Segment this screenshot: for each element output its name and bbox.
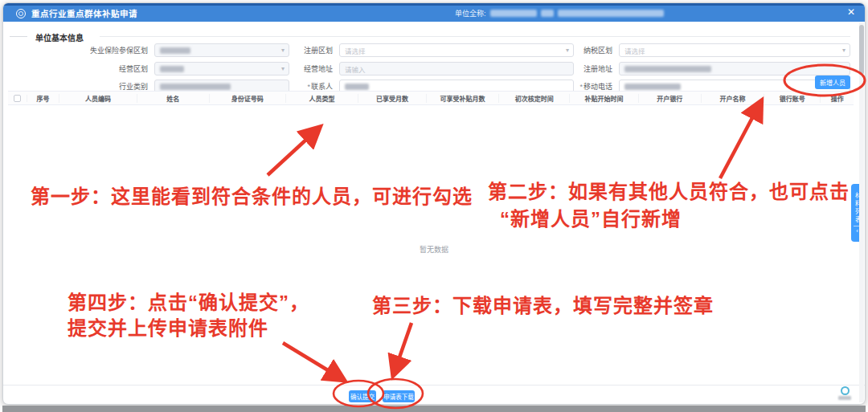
section-title: 单位基本信息 [35,31,84,43]
col-person-code: 人员编码 [59,94,137,103]
company-name-masked [541,10,554,17]
field-label: 注册区划 [252,45,333,55]
field-insurance-area: 失业保险参保区划 ▾ [10,43,289,57]
col-bank-account: 银行账号 [764,94,821,103]
close-icon[interactable]: ✕ [847,6,855,18]
download-form-button[interactable]: 申请表下载 [383,390,415,402]
required-mark: * [579,83,583,91]
section-dash [10,36,27,37]
app-logo-icon [16,9,26,18]
col-months-enjoyed: 已享受月数 [358,94,427,103]
annotation-step2-line2: “新增人员”自行新增 [500,203,682,231]
page-bottom-strip [2,406,866,412]
field-tax-area: 纳税区划 请选择 ▾ [530,43,850,57]
registered-address-input[interactable] [619,62,850,75]
masked-value [345,84,369,90]
company-name-masked [490,10,537,17]
help-ring-icon [841,386,850,395]
annotation-step4-line2: 提交并上传申请表附件 [68,312,268,341]
field-label: 失业保险参保区划 [10,45,148,55]
col-name: 姓名 [137,94,210,103]
table-empty-text: 暂无数据 [3,244,865,255]
col-first-verify-time: 初次核定时间 [499,94,570,103]
masked-value [160,66,184,72]
annotation-step2-line1: 第二步：如果有其他人员符合，也可点击 [488,176,850,204]
masked-value [160,47,190,54]
col-account-name: 开户名称 [702,94,764,103]
confirm-submit-button[interactable]: 确认提交 [349,390,376,402]
masked-value [624,66,711,72]
annotation-step1: 第一步：这里能看到符合条件的人员，可进行勾选 [31,181,473,209]
modal-titlebar: 重点行业重点群体补贴申请 单位全称: ✕ [3,3,865,22]
field-registered-address: 注册地址 [530,62,850,75]
select-all-cell [8,95,27,102]
field-business-address: 经营地址 请输入 [252,62,574,75]
col-operation: 操作 [821,94,854,103]
field-label: 经营地址 [252,63,333,74]
placeholder-text: 请输入 [345,64,366,74]
chevron-down-icon: ▾ [842,47,845,54]
masked-value [624,84,681,90]
float-widget-label-masked [838,396,851,400]
masked-value [160,84,231,90]
modal-title: 重点行业重点群体补贴申请 [31,7,137,19]
select-all-checkbox[interactable] [14,95,21,102]
placeholder-text: 请选择 [624,46,645,55]
annotation-step4-line1: 第四步：点击“确认提交”， [68,287,309,315]
field-label: 纳税区划 [530,45,612,55]
company-name-label: 单位全称: [455,8,486,18]
col-months-available: 可享受补贴月数 [427,94,499,103]
col-person-type: 人员类型 [286,94,358,103]
col-bank: 开户银行 [639,94,702,103]
scrollbar-track[interactable] [859,22,864,402]
company-name-masked [558,10,664,17]
section-rule [100,36,850,37]
field-label: 经营区划 [10,63,148,74]
field-business-area: 经营区划 ▾ [10,62,289,75]
company-name-area: 单位全称: [455,8,664,18]
tax-area-select[interactable]: 请选择 ▾ [619,43,850,57]
required-mark: * [307,83,310,91]
screenshot-stage: 重点行业重点群体补贴申请 单位全称: ✕ 单位基本信息 失业保险参保区划 ▾ 注… [0,0,868,412]
field-register-area: 注册区划 请选择 ▾ [252,43,574,57]
float-widget[interactable] [836,386,854,400]
table-header-row: 序号 人员编码 姓名 身份证号码 人员类型 已享受月数 可享受补贴月数 初次核定… [8,91,854,105]
col-id-number: 身份证号码 [210,94,286,103]
field-label: 注册地址 [530,63,612,74]
scrollbar-thumb[interactable] [859,25,864,75]
placeholder-text: 请选择 [345,46,366,55]
col-seq: 序号 [27,94,59,103]
col-subsidy-start-time: 补贴开始时间 [570,94,638,103]
collapse-icon: ‹ [856,228,858,235]
add-person-button[interactable]: 新增人员 [815,75,850,89]
annotation-step3: 第三步：下载申请表，填写完整并签章 [372,290,714,318]
footer-divider [3,385,865,385]
